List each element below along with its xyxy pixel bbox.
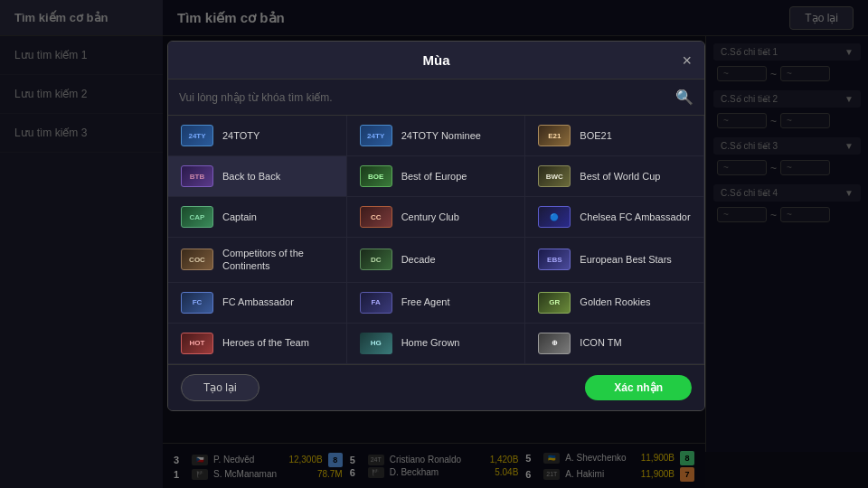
season-item-boe21[interactable]: E21BOE21 bbox=[525, 116, 704, 156]
season-item-hg[interactable]: HGHome Grown bbox=[347, 324, 526, 364]
season-grid: 24TY24TOTY24TY24TOTY NomineeE21BOE21BTBB… bbox=[168, 116, 704, 364]
season-item-bwc[interactable]: BWCBest of World Cup bbox=[525, 156, 704, 197]
season-badge-btb: BTB bbox=[181, 165, 213, 187]
season-item-cc[interactable]: CCCentury Club bbox=[347, 197, 526, 238]
season-badge-chelsea: 🔵 bbox=[538, 206, 571, 228]
season-item-fc[interactable]: FCFC Ambassador bbox=[168, 283, 347, 324]
season-item-cap[interactable]: CAPCaptain bbox=[168, 197, 347, 238]
season-label-24toty-nominee: 24TOTY Nominee bbox=[401, 129, 481, 142]
season-item-24toty-nominee[interactable]: 24TY24TOTY Nominee bbox=[347, 116, 526, 156]
modal-confirm-button[interactable]: Xác nhận bbox=[585, 375, 692, 400]
modal-footer: Tạo lại Xác nhận bbox=[168, 364, 704, 410]
season-badge-fc: FC bbox=[181, 292, 213, 314]
season-item-dc[interactable]: DCDecade bbox=[347, 238, 526, 283]
season-label-ebs: European Best Stars bbox=[580, 253, 672, 266]
season-badge-icon: ⊕ bbox=[538, 333, 571, 354]
season-badge-coc: COC bbox=[181, 249, 213, 270]
season-label-24toty: 24TOTY bbox=[222, 129, 259, 142]
season-label-btb: Back to Back bbox=[222, 170, 280, 183]
season-badge-bwc: BWC bbox=[538, 165, 571, 187]
season-label-icon: ICON TM bbox=[580, 336, 621, 349]
season-label-fc: FC Ambassador bbox=[222, 296, 294, 308]
season-label-bwc: Best of World Cup bbox=[580, 170, 660, 183]
season-badge-dc: DC bbox=[360, 249, 392, 270]
season-label-boe: Best of Europe bbox=[401, 170, 467, 183]
season-item-chelsea[interactable]: 🔵Chelsea FC Ambassador bbox=[525, 197, 704, 238]
season-item-btb[interactable]: BTBBack to Back bbox=[168, 156, 347, 197]
season-item-coc[interactable]: COCCompetitors of the Continents bbox=[168, 238, 347, 283]
search-icon: 🔍 bbox=[675, 89, 693, 106]
season-label-gr: Golden Rookies bbox=[580, 296, 650, 308]
season-badge-24toty-nominee: 24TY bbox=[360, 125, 392, 146]
season-item-24toty[interactable]: 24TY24TOTY bbox=[168, 116, 347, 156]
season-label-fa: Free Agent bbox=[401, 296, 450, 308]
season-item-fa[interactable]: FAFree Agent bbox=[347, 283, 526, 324]
season-badge-gr: GR bbox=[538, 292, 571, 314]
season-label-cap: Captain bbox=[222, 211, 257, 223]
season-item-ebs[interactable]: EBSEuropean Best Stars bbox=[525, 238, 704, 283]
season-badge-fa: FA bbox=[360, 292, 392, 314]
season-badge-cap: CAP bbox=[181, 206, 213, 228]
season-label-hot: Heroes of the Team bbox=[222, 336, 309, 349]
season-label-dc: Decade bbox=[401, 253, 436, 266]
season-label-boe21: BOE21 bbox=[580, 129, 611, 142]
modal-title: Mùa bbox=[423, 52, 450, 68]
season-badge-ebs: EBS bbox=[538, 249, 571, 270]
season-label-coc: Competitors of the Continents bbox=[222, 247, 334, 273]
season-label-hg: Home Grown bbox=[401, 336, 460, 349]
modal-reset-button[interactable]: Tạo lại bbox=[181, 374, 259, 401]
season-item-gr[interactable]: GRGolden Rookies bbox=[525, 283, 704, 324]
modal-close-button[interactable]: × bbox=[682, 52, 692, 69]
modal-search-input[interactable] bbox=[179, 91, 668, 104]
season-modal: Mùa × 🔍 24TY24TOTY24TY24TOTY NomineeE21B… bbox=[167, 41, 705, 411]
season-badge-boe: BOE bbox=[360, 165, 392, 187]
modal-search-bar: 🔍 bbox=[168, 80, 704, 116]
season-badge-hg: HG bbox=[360, 333, 392, 354]
season-label-chelsea: Chelsea FC Ambassador bbox=[580, 211, 690, 223]
season-badge-boe21: E21 bbox=[538, 125, 571, 146]
season-badge-hot: HOT bbox=[181, 333, 213, 354]
season-label-cc: Century Club bbox=[401, 211, 459, 223]
season-item-boe[interactable]: BOEBest of Europe bbox=[347, 156, 526, 197]
season-badge-cc: CC bbox=[360, 206, 392, 228]
season-item-hot[interactable]: HOTHeroes of the Team bbox=[168, 324, 347, 364]
season-badge-24toty: 24TY bbox=[181, 125, 213, 146]
modal-header: Mùa × bbox=[168, 42, 704, 80]
season-item-icon[interactable]: ⊕ICON TM bbox=[525, 324, 704, 364]
